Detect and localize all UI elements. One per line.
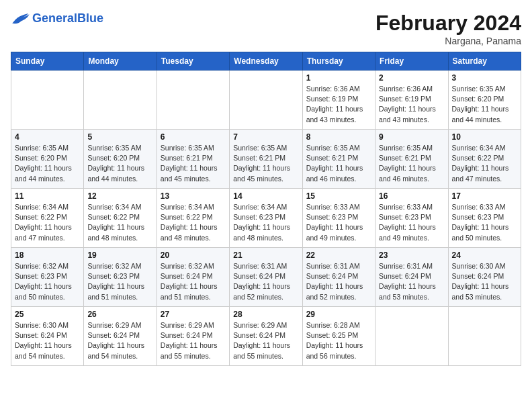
calendar-cell: 5Sunrise: 6:35 AM Sunset: 6:20 PM Daylig… (84, 130, 157, 189)
calendar-table: SundayMondayTuesdayWednesdayThursdayFrid… (11, 52, 521, 366)
calendar-cell: 9Sunrise: 6:35 AM Sunset: 6:21 PM Daylig… (375, 130, 448, 189)
day-detail: Sunrise: 6:35 AM Sunset: 6:20 PM Dayligh… (15, 143, 80, 184)
day-detail: Sunrise: 6:34 AM Sunset: 6:23 PM Dayligh… (233, 202, 298, 243)
day-number: 5 (87, 132, 152, 142)
day-detail: Sunrise: 6:30 AM Sunset: 6:24 PM Dayligh… (452, 261, 517, 302)
calendar-cell: 21Sunrise: 6:31 AM Sunset: 6:24 PM Dayli… (230, 248, 302, 307)
day-detail: Sunrise: 6:36 AM Sunset: 6:19 PM Dayligh… (306, 84, 371, 125)
col-header-thursday: Thursday (302, 52, 375, 71)
day-number: 13 (161, 191, 226, 201)
calendar-cell: 25Sunrise: 6:30 AM Sunset: 6:24 PM Dayli… (11, 307, 84, 366)
day-detail: Sunrise: 6:36 AM Sunset: 6:19 PM Dayligh… (379, 84, 444, 125)
day-detail: Sunrise: 6:33 AM Sunset: 6:23 PM Dayligh… (306, 202, 371, 243)
calendar-cell: 8Sunrise: 6:35 AM Sunset: 6:21 PM Daylig… (302, 130, 375, 189)
logo-text: GeneralBlue (32, 11, 103, 26)
calendar-cell: 27Sunrise: 6:29 AM Sunset: 6:24 PM Dayli… (157, 307, 229, 366)
calendar-cell: 10Sunrise: 6:34 AM Sunset: 6:22 PM Dayli… (448, 130, 521, 189)
day-number: 11 (15, 191, 80, 201)
calendar-cell: 24Sunrise: 6:30 AM Sunset: 6:24 PM Dayli… (448, 248, 521, 307)
calendar-cell (11, 71, 84, 130)
day-detail: Sunrise: 6:33 AM Sunset: 6:23 PM Dayligh… (452, 202, 517, 243)
calendar-cell: 15Sunrise: 6:33 AM Sunset: 6:23 PM Dayli… (302, 189, 375, 248)
calendar-cell: 7Sunrise: 6:35 AM Sunset: 6:21 PM Daylig… (230, 130, 302, 189)
day-number: 22 (306, 250, 371, 260)
day-number: 27 (161, 310, 226, 319)
day-detail: Sunrise: 6:33 AM Sunset: 6:23 PM Dayligh… (379, 202, 444, 243)
day-number: 2 (379, 73, 444, 83)
day-detail: Sunrise: 6:32 AM Sunset: 6:24 PM Dayligh… (161, 261, 226, 302)
day-number: 21 (233, 250, 298, 260)
day-number: 19 (87, 250, 152, 260)
calendar-cell (375, 307, 448, 366)
day-detail: Sunrise: 6:29 AM Sunset: 6:24 PM Dayligh… (87, 320, 152, 361)
day-detail: Sunrise: 6:31 AM Sunset: 6:24 PM Dayligh… (306, 261, 371, 302)
calendar-cell: 17Sunrise: 6:33 AM Sunset: 6:23 PM Dayli… (448, 189, 521, 248)
day-number: 4 (15, 132, 80, 142)
calendar-cell: 18Sunrise: 6:32 AM Sunset: 6:23 PM Dayli… (11, 248, 84, 307)
day-detail: Sunrise: 6:31 AM Sunset: 6:24 PM Dayligh… (379, 261, 444, 302)
calendar-week-row: 1Sunrise: 6:36 AM Sunset: 6:19 PM Daylig… (11, 71, 521, 130)
day-number: 10 (452, 132, 517, 142)
day-number: 14 (233, 191, 298, 201)
calendar-week-row: 25Sunrise: 6:30 AM Sunset: 6:24 PM Dayli… (11, 307, 521, 366)
month-title: February 2024 (375, 11, 521, 36)
title-block: February 2024 Nargana, Panama (375, 11, 521, 46)
col-header-wednesday: Wednesday (230, 52, 302, 71)
col-header-friday: Friday (375, 52, 448, 71)
calendar-cell: 14Sunrise: 6:34 AM Sunset: 6:23 PM Dayli… (230, 189, 302, 248)
day-number: 6 (161, 132, 226, 142)
calendar-week-row: 18Sunrise: 6:32 AM Sunset: 6:23 PM Dayli… (11, 248, 521, 307)
day-number: 15 (306, 191, 371, 201)
col-header-monday: Monday (84, 52, 157, 71)
day-detail: Sunrise: 6:34 AM Sunset: 6:22 PM Dayligh… (452, 143, 517, 184)
calendar-cell: 19Sunrise: 6:32 AM Sunset: 6:23 PM Dayli… (84, 248, 157, 307)
day-number: 28 (233, 310, 298, 319)
day-detail: Sunrise: 6:31 AM Sunset: 6:24 PM Dayligh… (233, 261, 298, 302)
calendar-cell: 1Sunrise: 6:36 AM Sunset: 6:19 PM Daylig… (302, 71, 375, 130)
col-header-tuesday: Tuesday (157, 52, 229, 71)
day-number: 18 (15, 250, 80, 260)
calendar-cell (230, 71, 302, 130)
day-detail: Sunrise: 6:35 AM Sunset: 6:21 PM Dayligh… (161, 143, 226, 184)
day-detail: Sunrise: 6:28 AM Sunset: 6:25 PM Dayligh… (306, 320, 371, 361)
calendar-cell: 28Sunrise: 6:29 AM Sunset: 6:24 PM Dayli… (230, 307, 302, 366)
day-number: 1 (306, 73, 371, 83)
day-number: 24 (452, 250, 517, 260)
day-number: 3 (452, 73, 517, 83)
calendar-cell: 4Sunrise: 6:35 AM Sunset: 6:20 PM Daylig… (11, 130, 84, 189)
day-detail: Sunrise: 6:29 AM Sunset: 6:24 PM Dayligh… (233, 320, 298, 361)
day-detail: Sunrise: 6:34 AM Sunset: 6:22 PM Dayligh… (15, 202, 80, 243)
day-number: 20 (161, 250, 226, 260)
calendar-week-row: 11Sunrise: 6:34 AM Sunset: 6:22 PM Dayli… (11, 189, 521, 248)
logo-bird-icon (11, 11, 30, 26)
calendar-cell (157, 71, 229, 130)
calendar-cell: 22Sunrise: 6:31 AM Sunset: 6:24 PM Dayli… (302, 248, 375, 307)
day-number: 12 (87, 191, 152, 201)
location-subtitle: Nargana, Panama (375, 36, 521, 46)
calendar-cell: 2Sunrise: 6:36 AM Sunset: 6:19 PM Daylig… (375, 71, 448, 130)
day-number: 25 (15, 310, 80, 319)
calendar-cell: 16Sunrise: 6:33 AM Sunset: 6:23 PM Dayli… (375, 189, 448, 248)
day-detail: Sunrise: 6:35 AM Sunset: 6:21 PM Dayligh… (233, 143, 298, 184)
day-number: 8 (306, 132, 371, 142)
day-detail: Sunrise: 6:32 AM Sunset: 6:23 PM Dayligh… (15, 261, 80, 302)
day-detail: Sunrise: 6:35 AM Sunset: 6:20 PM Dayligh… (87, 143, 152, 184)
calendar-cell: 20Sunrise: 6:32 AM Sunset: 6:24 PM Dayli… (157, 248, 229, 307)
calendar-cell: 3Sunrise: 6:35 AM Sunset: 6:20 PM Daylig… (448, 71, 521, 130)
col-header-saturday: Saturday (448, 52, 521, 71)
calendar-cell (448, 307, 521, 366)
calendar-cell: 26Sunrise: 6:29 AM Sunset: 6:24 PM Dayli… (84, 307, 157, 366)
day-detail: Sunrise: 6:35 AM Sunset: 6:21 PM Dayligh… (379, 143, 444, 184)
logo: GeneralBlue (11, 11, 103, 26)
day-detail: Sunrise: 6:32 AM Sunset: 6:23 PM Dayligh… (87, 261, 152, 302)
calendar-cell: 23Sunrise: 6:31 AM Sunset: 6:24 PM Dayli… (375, 248, 448, 307)
col-header-sunday: Sunday (11, 52, 84, 71)
calendar-week-row: 4Sunrise: 6:35 AM Sunset: 6:20 PM Daylig… (11, 130, 521, 189)
calendar-cell: 12Sunrise: 6:34 AM Sunset: 6:22 PM Dayli… (84, 189, 157, 248)
day-detail: Sunrise: 6:34 AM Sunset: 6:22 PM Dayligh… (161, 202, 226, 243)
page-header: GeneralBlue February 2024 Nargana, Panam… (11, 11, 521, 46)
day-detail: Sunrise: 6:30 AM Sunset: 6:24 PM Dayligh… (15, 320, 80, 361)
day-number: 7 (233, 132, 298, 142)
calendar-cell: 13Sunrise: 6:34 AM Sunset: 6:22 PM Dayli… (157, 189, 229, 248)
day-number: 23 (379, 250, 444, 260)
